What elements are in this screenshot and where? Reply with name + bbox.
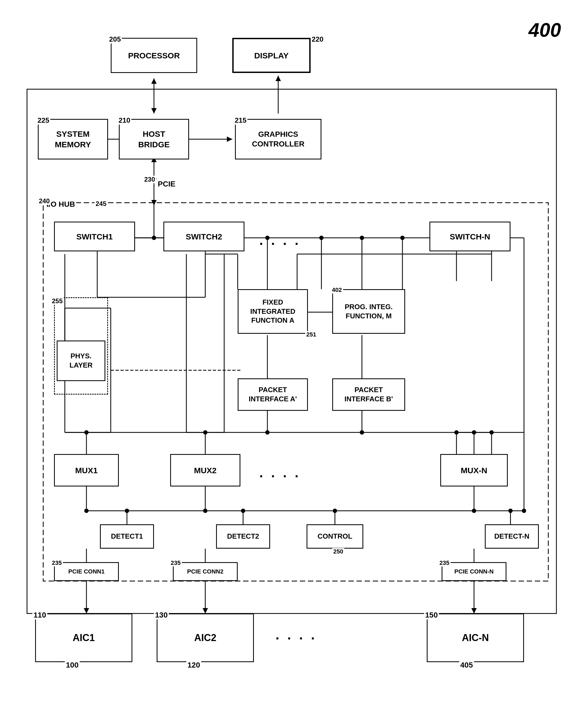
processor-box: PROCESSOR — [111, 38, 197, 73]
svg-point-69 — [333, 509, 337, 513]
svg-point-77 — [241, 509, 245, 513]
pcie-conn2-box: PCIE CONN2 — [173, 562, 238, 581]
aic1-box: AIC1 — [35, 613, 132, 662]
switch-dots: . . . . — [259, 232, 301, 248]
pcie-conn-n-ref: 235 — [438, 560, 450, 567]
aic2-box: AIC2 — [157, 613, 254, 662]
svg-point-94 — [360, 236, 364, 240]
svg-marker-11 — [275, 76, 281, 81]
pcie-conn1-box: PCIE CONN1 — [54, 562, 119, 581]
host-bridge-box: HOSTBRIDGE — [119, 119, 189, 160]
pcie-label: PCIE — [157, 180, 176, 189]
pcie-conn-n-box: PCIE CONN-N — [442, 562, 507, 581]
svg-point-71 — [522, 509, 526, 513]
prog-ref: 402 — [331, 287, 343, 294]
display-ref: 220 — [310, 35, 324, 43]
io-hub-ref: 240 — [38, 197, 51, 205]
svg-point-62 — [489, 430, 494, 435]
display-box: DISPLAY — [232, 38, 310, 73]
svg-point-53 — [360, 430, 364, 435]
system-memory-ref: 225 — [36, 116, 50, 125]
svg-point-96 — [400, 236, 405, 240]
mux-n-box: MUX-N — [440, 454, 508, 486]
svg-point-61 — [454, 430, 458, 435]
svg-point-76 — [125, 509, 129, 513]
mux2-box: MUX2 — [170, 454, 241, 486]
pcie-conn1-ref: 235 — [51, 560, 63, 567]
svg-marker-9 — [227, 136, 232, 142]
svg-point-67 — [84, 509, 88, 513]
svg-point-60 — [472, 430, 476, 435]
control-ref: 250 — [332, 548, 344, 555]
aic2-ref1: 130 — [154, 611, 169, 619]
graphics-ref: 215 — [234, 116, 247, 125]
host-bridge-ref: 210 — [117, 116, 131, 125]
pcie-ref: 230 — [143, 176, 156, 183]
svg-point-68 — [203, 509, 208, 513]
aic1-ref1: 110 — [32, 611, 47, 619]
svg-point-30 — [152, 236, 156, 240]
svg-marker-3 — [151, 108, 157, 113]
diagram-container: 400 — [11, 11, 577, 697]
svg-marker-2 — [151, 78, 157, 84]
control-box: CONTROL — [306, 524, 363, 549]
svg-point-92 — [319, 236, 324, 240]
packet-b-box: PACKETINTERFACE B' — [332, 378, 405, 411]
fixed-ref: 251 — [305, 331, 317, 338]
aic1-ref2: 100 — [65, 661, 80, 669]
svg-marker-87 — [471, 608, 477, 613]
detect-n-box: DETECT-N — [485, 524, 539, 549]
switch1-box: SWITCH1 — [54, 222, 135, 251]
aic-n-box: AIC-N — [427, 613, 524, 662]
svg-point-54 — [203, 430, 208, 435]
figure-number: 400 — [528, 19, 561, 41]
svg-point-52 — [265, 430, 269, 435]
svg-point-55 — [84, 430, 88, 435]
io-hub-inner-ref: 245 — [95, 200, 108, 208]
aic2-ref2: 120 — [186, 661, 201, 669]
switch-n-box: SWITCH-N — [430, 222, 511, 251]
aic-n-ref2: 405 — [459, 661, 474, 669]
phys-ref: 255 — [51, 297, 64, 305]
svg-marker-86 — [203, 608, 208, 613]
detect1-box: DETECT1 — [100, 524, 154, 549]
packet-a-box: PACKETINTERFACE A' — [238, 378, 308, 411]
system-memory-box: SYSTEMMEMORY — [38, 119, 108, 160]
mux-dots: . . . . — [259, 465, 301, 480]
svg-point-70 — [472, 509, 476, 513]
aic-n-ref1: 150 — [424, 611, 439, 619]
fixed-integrated-box: FIXEDINTEGRATEDFUNCTION A — [238, 289, 308, 334]
mux1-box: MUX1 — [54, 454, 119, 486]
svg-marker-85 — [84, 608, 89, 613]
prog-integ-box: PROG. INTEG.FUNCTION, M — [332, 289, 405, 334]
detect2-box: DETECT2 — [216, 524, 270, 549]
phys-layer-box: PHYS.LAYER — [57, 340, 105, 381]
switch2-box: SWITCH2 — [163, 222, 245, 251]
svg-marker-16 — [151, 200, 157, 205]
aic-dots: . . . . — [275, 627, 317, 643]
svg-point-78 — [508, 509, 513, 513]
processor-ref: 205 — [108, 35, 122, 43]
graphics-controller-box: GRAPHICSCONTROLLER — [235, 119, 321, 160]
pcie-conn2-ref: 235 — [170, 560, 182, 567]
